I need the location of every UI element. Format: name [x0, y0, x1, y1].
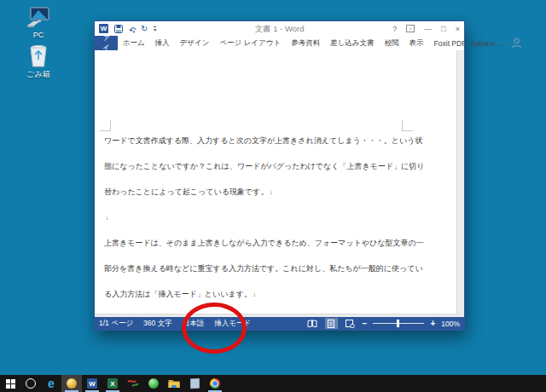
ribbon-tab-bar: ファイル ホーム挿入デザインページ レイアウト参考資料差し込み文書校閲表示Fox… — [95, 36, 464, 50]
tab-ホーム[interactable]: ホーム — [118, 36, 150, 50]
taskbar-app-chrome[interactable] — [205, 375, 225, 392]
recycle-bin-icon — [28, 44, 49, 68]
taskbar-app-word[interactable]: W — [82, 375, 102, 392]
edge-icon: e — [48, 378, 55, 389]
qat-customize-icon[interactable]: ▾ — [154, 26, 156, 32]
document-area[interactable]: ワードで文書作成する際、入力すると次の文字が上書きされ消えてしまう・・・。という… — [95, 50, 464, 317]
document-line[interactable]: 替わったことによって起こっている現象です。↓ — [104, 179, 421, 205]
tab-ページ-レイアウト[interactable]: ページ レイアウト — [214, 36, 286, 50]
tab-foxit-pdf[interactable]: Foxit PDF — [429, 36, 472, 50]
taskbar-app-green[interactable] — [143, 375, 164, 392]
tab-校閲[interactable]: 校閲 — [380, 36, 404, 50]
account-dropdown-icon: ▾ — [505, 40, 508, 46]
account-label: nakano… — [471, 39, 502, 48]
undo-button[interactable]: ↶▾ — [129, 21, 135, 37]
excel-icon: X — [107, 378, 118, 389]
maximize-button[interactable]: □ — [441, 25, 445, 33]
cortana-button[interactable] — [20, 375, 41, 392]
taskbar-app-excel[interactable]: X — [102, 375, 123, 392]
pc-icon — [26, 7, 50, 29]
tab-差し込み文書[interactable]: 差し込み文書 — [325, 36, 379, 50]
taskbar-app-window[interactable] — [184, 375, 205, 392]
red-green-app-icon — [127, 378, 139, 389]
zoom-level[interactable]: 100% — [441, 320, 460, 328]
minimize-button[interactable]: — — [424, 25, 432, 33]
start-button[interactable] — [0, 375, 20, 392]
document-line[interactable]: 部分を書き換える時などに重宝する入力方法です。これに対し、私たちが一般的に使って… — [104, 256, 421, 281]
taskbar-app-gold[interactable] — [61, 375, 82, 392]
insert-mode-indicator[interactable]: 挿入モード — [214, 319, 251, 329]
language-indicator[interactable]: 日本語 — [183, 319, 205, 329]
desktop-icon-label: PC — [33, 31, 44, 39]
account-name[interactable]: nakano… ▾ — [471, 36, 508, 50]
zoom-slider[interactable] — [373, 323, 424, 324]
document-line-text: 替わったことによって起こっている現象です。 — [104, 187, 268, 196]
tab-表示[interactable]: 表示 — [404, 36, 429, 50]
document-line-text: 態になったことないですか？これは、ワードがバグったわけでなく「上書きモード」に切… — [104, 162, 425, 170]
document-line-text: 上書きモードは、そのまま上書きしながら入力できるため、フォーマットやひな型文章の… — [104, 239, 424, 247]
tab-参考資料[interactable]: 参考資料 — [286, 36, 325, 50]
taskbar-app-edge[interactable]: e — [41, 375, 61, 392]
window-controls: ? ˄ — □ × — [392, 25, 460, 33]
desktop: PC ごみ箱 W ↶▾ ↻ ▾ 文書 1 - Word — [0, 0, 546, 392]
print-layout-icon — [328, 320, 334, 328]
tab-挿入[interactable]: 挿入 — [150, 36, 175, 50]
print-layout-button[interactable] — [325, 318, 338, 329]
word-window: W ↶▾ ↻ ▾ 文書 1 - Word ? ˄ — □ × ファイル — [94, 20, 465, 331]
redo-button[interactable]: ↻ — [141, 25, 148, 33]
window-title: 文書 1 - Word — [255, 24, 305, 35]
cortana-icon — [26, 378, 36, 389]
close-button[interactable]: × — [456, 25, 460, 33]
save-icon[interactable] — [114, 25, 123, 33]
document-line-text: ワードで文書作成する際、入力すると次の文字が上書きされ消えてしまう・・・。という… — [104, 136, 422, 145]
taskbar: e W X — [0, 375, 546, 392]
status-bar: 1/1 ページ 360 文字 日本語 挿入モード — [95, 317, 464, 330]
green-app-icon — [148, 378, 159, 389]
zoom-slider-thumb[interactable] — [397, 320, 399, 327]
window-app-icon — [190, 378, 200, 389]
document-line-text: 部分を書き換える時などに重宝する入力方法です。これに対し、私たちが一般的に使って… — [104, 264, 423, 273]
tab-デザイン[interactable]: デザイン — [175, 36, 215, 50]
word-count[interactable]: 360 文字 — [143, 319, 172, 329]
desktop-icon-label: ごみ箱 — [26, 70, 49, 78]
document-line[interactable]: ワードで文書作成する際、入力すると次の文字が上書きされ消えてしまう・・・。という… — [104, 128, 421, 153]
taskbar-app-red-green[interactable] — [123, 375, 143, 392]
web-layout-icon — [346, 320, 355, 328]
title-bar: W ↶▾ ↻ ▾ 文書 1 - Word ? ˄ — □ × — [95, 21, 464, 36]
chrome-icon — [210, 378, 220, 389]
user-avatar-icon[interactable] — [511, 37, 522, 49]
paragraph-mark: ↓ — [253, 290, 257, 298]
help-button[interactable]: ? — [392, 25, 397, 33]
desktop-icon-recycle-bin[interactable]: ごみ箱 — [14, 44, 63, 78]
word-app-icon: W — [99, 24, 108, 33]
desktop-icon-pc[interactable]: PC — [14, 7, 63, 39]
tab-file[interactable]: ファイル — [95, 36, 118, 50]
page-bottom-edge — [95, 314, 457, 317]
taskbar-app-file-explorer[interactable] — [164, 375, 184, 392]
scrollbar-track[interactable] — [456, 50, 464, 317]
document-line-text: る入力方法は「挿入モード」といいます。 — [104, 290, 252, 298]
zoom-in-button[interactable]: + — [430, 320, 435, 328]
document-line[interactable]: ↓ — [104, 205, 421, 230]
web-layout-button[interactable] — [344, 318, 357, 329]
document-text: ワードで文書作成する際、入力すると次の文字が上書きされ消えてしまう・・・。という… — [104, 128, 421, 307]
word-icon: W — [87, 378, 97, 389]
quick-access-toolbar: W ↶▾ ↻ ▾ — [99, 21, 156, 37]
document-line[interactable]: 態になったことないですか？これは、ワードがバグったわけでなく「上書きモード」に切… — [104, 153, 421, 179]
document-line[interactable]: る入力方法は「挿入モード」といいます。↓ — [104, 281, 421, 307]
zoom-out-button[interactable]: − — [363, 320, 368, 328]
page-count[interactable]: 1/1 ページ — [99, 319, 133, 329]
gold-app-icon — [67, 378, 77, 389]
document-line[interactable]: 上書きモードは、そのまま上書きしながら入力できるため、フォーマットやひな型文章の… — [104, 230, 421, 256]
windows-logo-icon — [6, 379, 15, 389]
undo-dropdown-icon: ▾ — [132, 29, 135, 34]
file-explorer-icon — [168, 378, 180, 389]
paragraph-mark: ↓ — [269, 187, 273, 196]
ribbon-display-options-button[interactable]: ˄ — [406, 25, 415, 32]
read-mode-icon — [307, 320, 317, 327]
paragraph-mark: ↓ — [105, 213, 109, 222]
read-mode-button[interactable] — [306, 318, 319, 329]
